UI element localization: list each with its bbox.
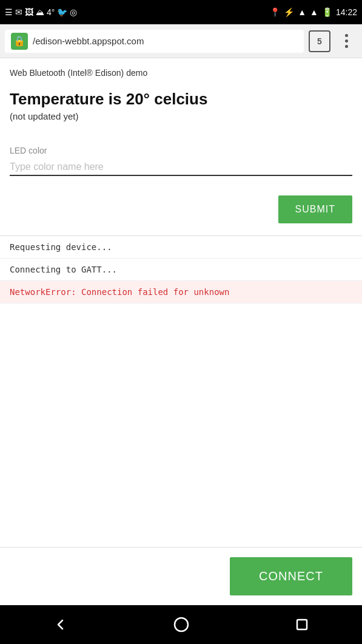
recents-button[interactable] <box>293 616 310 633</box>
status-bar-left: ☰ ✉ 🖼 ⛰ 4° 🐦 ◎ <box>5 7 77 17</box>
image-icon: 🖼 <box>25 7 33 17</box>
temp-label: 4° <box>47 7 55 17</box>
not-updated-text: (not updated yet) <box>10 111 352 121</box>
log-line-3-error: NetworkError: Connection failed for unkn… <box>0 281 362 303</box>
submit-row: SUBMIT <box>10 195 352 223</box>
lock-icon: 🔒 <box>11 33 28 50</box>
mountain-icon: ⛰ <box>36 7 44 17</box>
temperature-heading: Temperature is 20° celcius <box>10 90 352 109</box>
svg-point-0 <box>175 618 188 631</box>
battery-icon: 🔋 <box>322 7 332 17</box>
hamburger-icon: ☰ <box>5 7 13 17</box>
tab-count-button[interactable]: 5 <box>309 30 330 52</box>
log-area: Requesting device... Connecting to GATT.… <box>0 236 362 303</box>
twitter-icon: 🐦 <box>57 7 67 17</box>
led-color-input[interactable] <box>10 159 352 176</box>
led-label: LED color <box>10 146 352 155</box>
address-field[interactable]: 🔒 /edison-webbt.appspot.com <box>5 30 304 53</box>
page-content: Web Bluetooth (Intel® Edison) demo Tempe… <box>0 58 362 547</box>
menu-dot-3 <box>345 45 348 48</box>
home-button[interactable] <box>173 616 190 633</box>
address-bar: 🔒 /edison-webbt.appspot.com 5 <box>0 24 362 58</box>
menu-dot-2 <box>345 39 348 42</box>
back-button[interactable] <box>52 616 69 633</box>
address-text: /edison-webbt.appspot.com <box>33 36 144 46</box>
log-line-1: Requesting device... <box>0 236 362 259</box>
back-icon <box>54 618 67 631</box>
status-bar: ☰ ✉ 🖼 ⛰ 4° 🐦 ◎ 📍 ⚡ ▲ ▲ 🔋 14:22 <box>0 0 362 24</box>
email-icon: ✉ <box>15 7 22 17</box>
bottom-nav <box>0 605 362 644</box>
connect-button[interactable]: CONNECT <box>230 557 352 595</box>
page-subtitle: Web Bluetooth (Intel® Edison) demo <box>10 68 352 78</box>
connect-area: CONNECT <box>0 547 362 605</box>
led-section: LED color <box>10 146 352 176</box>
recents-icon <box>295 618 309 631</box>
clock: 14:22 <box>336 7 357 17</box>
submit-button[interactable]: SUBMIT <box>278 195 352 223</box>
svg-rect-1 <box>297 620 307 629</box>
menu-dot-1 <box>345 34 348 37</box>
wifi-icon: ▲ <box>298 7 306 17</box>
log-line-2: Connecting to GATT... <box>0 259 362 281</box>
location-icon: 📍 <box>270 7 280 17</box>
home-icon <box>173 617 189 632</box>
browser-menu-button[interactable] <box>335 30 357 52</box>
signal-icon: ▲ <box>310 7 318 17</box>
status-bar-right: 📍 ⚡ ▲ ▲ 🔋 14:22 <box>270 7 357 17</box>
bluetooth-icon: ⚡ <box>284 7 294 17</box>
chrome-icon: ◎ <box>70 7 77 17</box>
